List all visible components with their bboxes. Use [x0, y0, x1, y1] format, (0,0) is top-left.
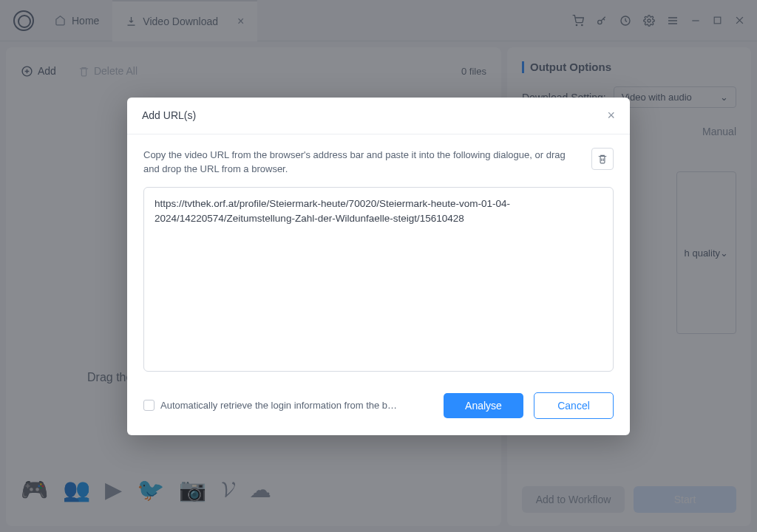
url-input[interactable]	[143, 187, 614, 372]
dialog-title: Add URL(s)	[142, 109, 196, 121]
add-url-dialog: Add URL(s) × Copy the video URL from the…	[127, 98, 630, 435]
dialog-description: Copy the video URL from the browser's ad…	[143, 148, 581, 177]
clear-urls-button[interactable]	[591, 148, 614, 170]
analyse-button[interactable]: Analyse	[444, 393, 523, 418]
modal-overlay: Add URL(s) × Copy the video URL from the…	[0, 0, 757, 532]
cancel-button[interactable]: Cancel	[534, 392, 614, 419]
dialog-close-icon[interactable]: ×	[607, 108, 615, 123]
auto-login-checkbox[interactable]	[143, 400, 155, 411]
auto-login-label: Automatically retrieve the login informa…	[160, 400, 397, 411]
auto-login-row[interactable]: Automatically retrieve the login informa…	[143, 400, 433, 411]
